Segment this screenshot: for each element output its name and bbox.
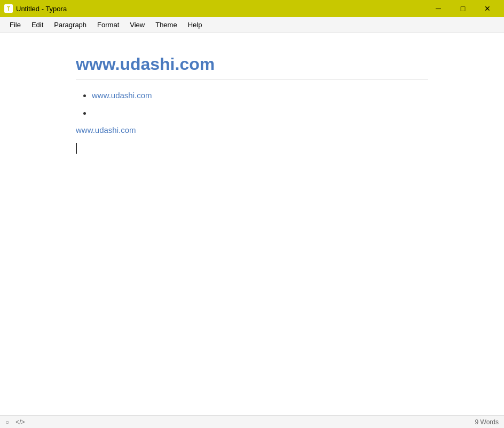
menu-edit[interactable]: Edit [26, 19, 49, 31]
list-item: www.udashi.com [92, 91, 428, 100]
title-bar-left: T Untitled - Typora [4, 4, 67, 13]
window-controls: ─ □ ✕ [426, 0, 500, 17]
text-cursor [76, 143, 77, 154]
menu-bar: File Edit Paragraph Format View Theme He… [0, 17, 504, 33]
app-icon: T [4, 4, 13, 13]
editor-container[interactable]: www.udashi.com www.udashi.com www.udashi… [0, 33, 504, 415]
maximize-button[interactable]: □ [451, 0, 475, 17]
document-heading: www.udashi.com [76, 54, 428, 80]
title-bar: T Untitled - Typora ─ □ ✕ [0, 0, 504, 17]
paragraph-link[interactable]: www.udashi.com [76, 125, 428, 134]
word-count: 9 Words [475, 418, 499, 426]
menu-paragraph[interactable]: Paragraph [49, 19, 92, 31]
status-left: ○ </> [5, 418, 25, 426]
status-bar: ○ </> 9 Words [0, 415, 504, 428]
menu-file[interactable]: File [4, 19, 26, 31]
bullet-list: www.udashi.com [76, 91, 428, 117]
circle-icon[interactable]: ○ [5, 418, 9, 426]
list-item-empty [92, 108, 428, 117]
menu-theme[interactable]: Theme [150, 19, 182, 31]
menu-format[interactable]: Format [92, 19, 124, 31]
minimize-button[interactable]: ─ [426, 0, 451, 17]
bullet-link-1[interactable]: www.udashi.com [92, 91, 152, 100]
window-title: Untitled - Typora [16, 5, 67, 13]
menu-help[interactable]: Help [183, 19, 208, 31]
close-button[interactable]: ✕ [475, 0, 500, 17]
source-code-icon[interactable]: </> [15, 418, 25, 426]
menu-view[interactable]: View [124, 19, 150, 31]
editor-content[interactable]: www.udashi.com www.udashi.com www.udashi… [44, 33, 460, 415]
